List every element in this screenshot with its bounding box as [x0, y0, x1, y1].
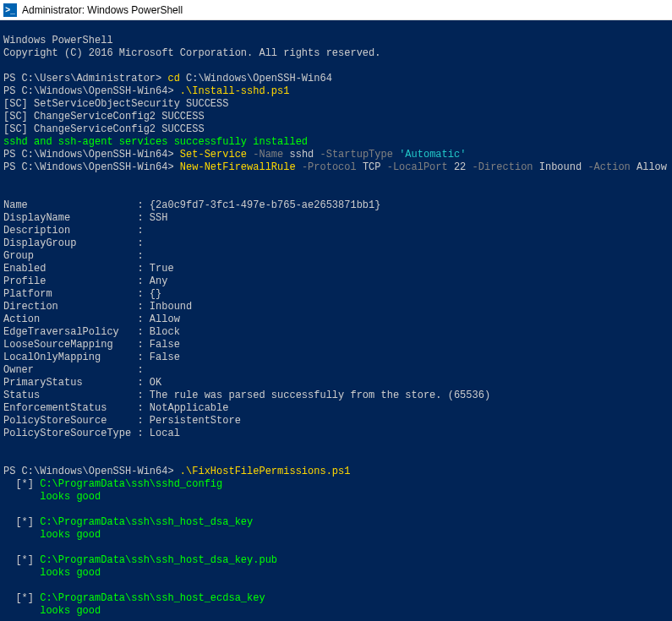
fix-file: C:\ProgramData\ssh\sshd_config — [40, 478, 222, 490]
header-line: Windows PowerShell — [3, 35, 113, 46]
fw-displayname: SSH — [150, 212, 168, 224]
value: 'Automatic' — [399, 149, 466, 161]
command: Set-Service — [180, 149, 247, 161]
fix-ok: looks good — [3, 605, 101, 617]
fw-local: False — [150, 351, 180, 363]
terminal-body[interactable]: Windows PowerShell Copyright (C) 2016 Mi… — [0, 20, 672, 621]
value: 22 — [454, 161, 466, 173]
prompt: PS C:\Windows\OpenSSH-Win64> — [3, 149, 174, 161]
fix-ok: looks good — [3, 491, 101, 503]
fix-prefix: [*] — [3, 554, 34, 566]
title-bar[interactable]: >_ Administrator: Windows PowerShell — [0, 0, 672, 20]
command: cd — [167, 73, 179, 84]
param: -Name — [253, 149, 283, 161]
value: sshd — [289, 149, 314, 161]
prompt: PS C:\Users\Administrator> — [3, 73, 161, 84]
success-line: sshd and ssh-agent services successfully… — [3, 136, 308, 148]
fw-primary: OK — [150, 377, 161, 389]
output-line: [SC] ChangeServiceConfig2 SUCCESS — [3, 111, 205, 123]
prompt: PS C:\Windows\OpenSSH-Win64> — [3, 161, 174, 173]
argument: C:\Windows\OpenSSH-Win64 — [186, 73, 332, 84]
fw-store: PersistentStore — [150, 415, 241, 427]
fw-profile: Any — [150, 275, 168, 287]
fw-loose: False — [150, 339, 180, 351]
fw-action: Allow — [150, 313, 180, 325]
fw-name: {2a0c9fd7-3fc1-497e-b765-ae2653871bb1} — [150, 199, 381, 211]
window-title: Administrator: Windows PowerShell — [22, 4, 183, 16]
icon-glyph: >_ — [5, 5, 14, 14]
value: Allow — [636, 161, 667, 173]
fw-edge: Block — [150, 326, 180, 338]
param: -StartupType — [320, 149, 393, 161]
param: -Action — [587, 161, 630, 173]
fw-enforce: NotApplicable — [150, 402, 229, 414]
fix-file: C:\ProgramData\ssh\ssh_host_ecdsa_key — [40, 592, 265, 604]
param: -LocalPort — [387, 161, 448, 173]
fix-file: C:\ProgramData\ssh\ssh_host_dsa_key — [40, 516, 253, 528]
header-line: Copyright (C) 2016 Microsoft Corporation… — [3, 47, 380, 59]
fix-prefix: [*] — [3, 516, 34, 528]
fw-direction: Inbound — [150, 301, 192, 313]
fw-storetype: Local — [150, 428, 180, 439]
fix-ok: looks good — [3, 529, 101, 541]
param: -Protocol — [302, 161, 357, 173]
output-line: [SC] ChangeServiceConfig2 SUCCESS — [3, 123, 205, 135]
output-line: [SC] SetServiceObjectSecurity SUCCESS — [3, 98, 228, 110]
fix-ok: looks good — [3, 567, 101, 579]
param: -Direction — [473, 161, 533, 173]
prompt: PS C:\Windows\OpenSSH-Win64> — [3, 466, 174, 477]
command: .\Install-sshd.ps1 — [180, 85, 290, 97]
fix-prefix: [*] — [3, 478, 34, 490]
value: Inbound — [539, 161, 582, 173]
fw-platform: {} — [150, 288, 161, 300]
fix-file: C:\ProgramData\ssh\ssh_host_dsa_key.pub — [40, 554, 277, 566]
command: .\FixHostFilePermissions.ps1 — [180, 466, 351, 477]
fw-enabled: True — [150, 263, 174, 275]
powershell-icon: >_ — [3, 3, 17, 17]
fix-prefix: [*] — [3, 592, 34, 604]
value: TCP — [363, 161, 381, 173]
prompt: PS C:\Windows\OpenSSH-Win64> — [3, 85, 174, 97]
fw-status: The rule was parsed successfully from th… — [150, 389, 490, 401]
command: New-NetFirewallRule — [180, 161, 296, 173]
